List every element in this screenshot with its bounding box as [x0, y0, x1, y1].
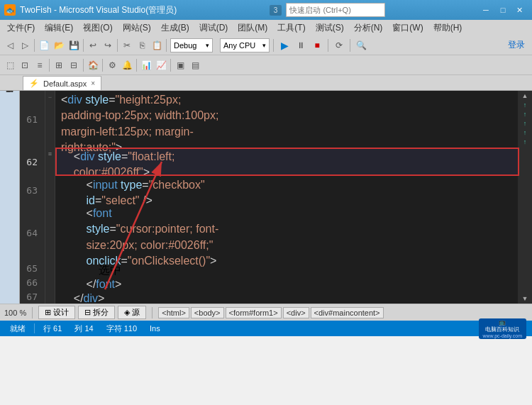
quick-launch-input[interactable] [286, 3, 385, 17]
tb2-icon5[interactable]: ⊟ [67, 58, 81, 72]
menu-tools[interactable]: 工具(T) [273, 21, 309, 35]
toolbar-search-icon[interactable]: 🔍 [354, 38, 368, 52]
toolbar-undo-icon[interactable]: ↩ [86, 38, 100, 52]
split-button[interactable]: ⊟ 拆分 [78, 306, 115, 319]
breadcrumb-body[interactable]: <body> [191, 307, 224, 318]
sep7 [350, 39, 350, 52]
breadcrumb-maincontent[interactable]: <div#maincontent> [311, 307, 384, 318]
linenum-65: 65 [20, 261, 40, 275]
fold-62[interactable]: ≡ [45, 148, 55, 176]
toolbar-open-icon[interactable]: 📂 [52, 38, 66, 52]
toolbar-fwd-icon[interactable]: ▷ [18, 38, 32, 52]
debug-config-dropdown[interactable]: Debug ▾ [170, 38, 213, 52]
toolbar-copy-icon[interactable]: ⎘ [135, 38, 149, 52]
login-button[interactable]: 登录 [504, 38, 529, 52]
menu-edit[interactable]: 编辑(E) [40, 21, 77, 35]
menu-file[interactable]: 文件(F) [3, 21, 39, 35]
status-ins[interactable]: Ins [145, 324, 165, 333]
toolbar-cut-icon[interactable]: ✂ [120, 38, 134, 52]
menu-help[interactable]: 帮助(H) [429, 21, 467, 35]
tb2-icon6[interactable]: 🏠 [86, 58, 100, 72]
scroll-up-icon[interactable]: ▲ [522, 92, 528, 99]
linenum-64: 64 [20, 204, 40, 261]
linenum-63: 63 [20, 176, 40, 204]
logo-sub: www.pc-daily.com [483, 333, 523, 338]
right-arrow-2[interactable]: ↑ [523, 111, 527, 118]
menu-team[interactable]: 团队(M) [233, 21, 272, 35]
toolbar-new-icon[interactable]: 📄 [37, 38, 51, 52]
toolbar-refresh-icon[interactable]: ⟳ [332, 38, 346, 52]
menu-website[interactable]: 网站(S) [118, 21, 155, 35]
toolbar-redo-icon[interactable]: ↪ [101, 38, 115, 52]
close-button[interactable]: ✕ [512, 4, 528, 16]
toolbar-stop-icon[interactable]: ■ [310, 38, 324, 52]
code-text-61b: padding-top:25px; width:100px; [61, 108, 218, 123]
tb2-icon10[interactable]: 📈 [154, 58, 168, 72]
fold-63 [45, 176, 55, 204]
titlebar: 🐟 TwoFish - Microsoft Visual Studio(管理员)… [0, 0, 532, 20]
source-button[interactable]: ◈ 源 [118, 306, 146, 319]
toolbar-back-icon[interactable]: ◁ [3, 38, 17, 52]
breadcrumb-div[interactable]: <div> [283, 307, 309, 318]
sep2 [83, 39, 84, 52]
status-ready[interactable]: 就绪 [6, 323, 30, 334]
code-folding: − ≡ [45, 91, 55, 304]
tb2-icon9[interactable]: 📊 [139, 58, 153, 72]
watermark-logo[interactable]: 📺 电脑百科知识 www.pc-daily.com [479, 318, 527, 339]
menubar: 文件(F) 编辑(E) 视图(O) 网站(S) 生成(B) 调试(D) 团队(M… [0, 20, 532, 35]
fold-64 [45, 204, 55, 261]
tb2-icon1[interactable]: ⬚ [3, 58, 17, 72]
design-button[interactable]: ⊞ 设计 [38, 306, 75, 319]
menu-build[interactable]: 生成(B) [157, 21, 194, 35]
right-arrow-1[interactable]: ↑ [523, 101, 527, 109]
tb2-icon4[interactable]: ⊞ [52, 58, 66, 72]
bottom-toolbar: 100 % ⊞ 设计 ⊟ 拆分 ◈ 源 <html> <body> <form#… [0, 304, 532, 321]
right-panel: ▲ ↑ ↑ ↑ ↑ ↑ ▼ [518, 91, 532, 304]
maximize-button[interactable]: □ [495, 4, 511, 16]
left-sidebar: 解决方案资源管理器 [0, 91, 20, 304]
minimize-button[interactable]: ─ [478, 4, 494, 16]
tb2-icon11[interactable]: ▣ [173, 58, 187, 72]
sidebar-solution-explorer[interactable]: 解决方案资源管理器 [2, 94, 17, 104]
breadcrumb-form1[interactable]: <form#form1> [226, 307, 282, 318]
code-text-62a: <div style="float:left; [61, 149, 174, 165]
breadcrumb-html[interactable]: <html> [158, 307, 189, 318]
toolbar-save-icon[interactable]: 💾 [67, 38, 81, 52]
toolbar-paste-icon[interactable]: 📋 [150, 38, 164, 52]
menu-analyze[interactable]: 分析(N) [350, 21, 387, 35]
menu-test[interactable]: 测试(S) [311, 21, 348, 35]
tb2-icon12[interactable]: ▤ [188, 58, 202, 72]
toolbar-pause-icon[interactable]: ⏸ [294, 38, 308, 52]
menu-window[interactable]: 窗口(W) [388, 21, 427, 35]
fold-61[interactable]: − [45, 91, 55, 148]
statusbar-right: 📺 电脑百科知识 www.pc-daily.com [479, 318, 527, 339]
tb2-sep4 [136, 59, 137, 72]
tab-default-aspx[interactable]: ⚡ Default.aspx × [23, 76, 101, 90]
breadcrumb-bar: <html> <body> <form#form1> <div> <div#ma… [158, 307, 383, 318]
zoom-label: 100 % [4, 309, 26, 317]
scroll-down-icon[interactable]: ▼ [522, 295, 528, 302]
tab-row: ⚡ Default.aspx × [0, 75, 532, 91]
tb2-icon8[interactable]: 🔔 [120, 58, 134, 72]
window-controls: ─ □ ✕ [478, 4, 528, 16]
code-content: <div style="height:25px; padding-top:25p… [55, 91, 518, 304]
code-text-61: <div style="height:25px; [61, 92, 181, 108]
code-editor[interactable]: 61 62 63 64 65 66 67 − ≡ [20, 91, 532, 304]
menu-view[interactable]: 视图(O) [79, 21, 116, 35]
debug-config-label: Debug [174, 41, 196, 50]
tab-close-button[interactable]: × [91, 79, 95, 87]
right-arrow-4[interactable]: ↑ [523, 129, 527, 136]
tb2-icon7[interactable]: ⚙ [105, 58, 119, 72]
zoom-sep [32, 307, 33, 318]
toolbar-run-icon[interactable]: ▶ [277, 38, 292, 52]
right-arrow-5[interactable]: ↑ [523, 138, 527, 145]
menu-debug[interactable]: 调试(D) [195, 21, 233, 35]
code-line-63: <input type="checkbox" id="select" /> [55, 176, 518, 204]
code-text-61c: margin-left:125px; margin- [61, 124, 194, 140]
tb2-sep5 [170, 59, 171, 72]
tb2-icon3[interactable]: ≡ [33, 58, 47, 72]
status-char: 字符 110 [102, 323, 141, 334]
tb2-icon2[interactable]: ⊡ [18, 58, 32, 72]
cpu-dropdown[interactable]: Any CPU ▾ [220, 38, 270, 52]
right-arrow-3[interactable]: ↑ [523, 120, 527, 127]
